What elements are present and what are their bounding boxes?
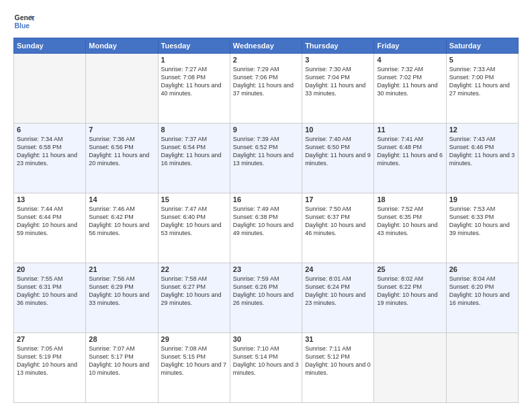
weekday-thursday: Thursday (302, 38, 374, 54)
calendar-cell: 15Sunrise: 7:47 AMSunset: 6:40 PMDayligh… (158, 193, 230, 263)
calendar-cell: 23Sunrise: 7:59 AMSunset: 6:26 PMDayligh… (230, 263, 302, 333)
week-row-3: 13Sunrise: 7:44 AMSunset: 6:44 PMDayligh… (14, 193, 519, 263)
day-info: Sunrise: 7:47 AMSunset: 6:40 PMDaylight:… (161, 205, 227, 238)
day-number: 8 (161, 126, 227, 134)
calendar-cell: 14Sunrise: 7:46 AMSunset: 6:42 PMDayligh… (86, 193, 158, 263)
week-row-1: 1Sunrise: 7:27 AMSunset: 7:08 PMDaylight… (14, 54, 519, 124)
day-info: Sunrise: 7:39 AMSunset: 6:52 PMDaylight:… (233, 135, 299, 168)
day-info: Sunrise: 7:33 AMSunset: 7:00 PMDaylight:… (449, 65, 515, 98)
day-info: Sunrise: 7:10 AMSunset: 5:14 PMDaylight:… (233, 345, 299, 377)
calendar-cell: 29Sunrise: 7:08 AMSunset: 5:15 PMDayligh… (158, 333, 230, 403)
day-number: 4 (377, 56, 443, 64)
svg-text:Blue: Blue (15, 22, 30, 30)
day-info: Sunrise: 7:52 AMSunset: 6:35 PMDaylight:… (377, 205, 443, 238)
day-info: Sunrise: 7:46 AMSunset: 6:42 PMDaylight:… (89, 205, 154, 238)
day-number: 26 (449, 265, 515, 273)
weekday-saturday: Saturday (446, 38, 518, 54)
day-info: Sunrise: 7:50 AMSunset: 6:37 PMDaylight:… (305, 205, 371, 238)
day-info: Sunrise: 7:30 AMSunset: 7:04 PMDaylight:… (305, 65, 371, 98)
calendar-cell: 12Sunrise: 7:43 AMSunset: 6:46 PMDayligh… (446, 124, 518, 193)
day-info: Sunrise: 7:36 AMSunset: 6:56 PMDaylight:… (89, 135, 154, 168)
day-info: Sunrise: 8:04 AMSunset: 6:20 PMDaylight:… (449, 275, 515, 308)
calendar-cell (14, 54, 86, 124)
day-info: Sunrise: 8:01 AMSunset: 6:24 PMDaylight:… (305, 275, 371, 308)
calendar-cell: 26Sunrise: 8:04 AMSunset: 6:20 PMDayligh… (446, 263, 518, 333)
day-number: 30 (233, 335, 299, 343)
day-info: Sunrise: 8:02 AMSunset: 6:22 PMDaylight:… (377, 275, 443, 308)
calendar-cell: 17Sunrise: 7:50 AMSunset: 6:37 PMDayligh… (302, 193, 374, 263)
day-info: Sunrise: 7:44 AMSunset: 6:44 PMDaylight:… (17, 205, 83, 238)
day-number: 1 (161, 56, 227, 64)
calendar-cell: 13Sunrise: 7:44 AMSunset: 6:44 PMDayligh… (14, 193, 86, 263)
day-number: 31 (305, 335, 371, 343)
calendar-cell: 18Sunrise: 7:52 AMSunset: 6:35 PMDayligh… (374, 193, 446, 263)
day-number: 18 (377, 195, 443, 203)
calendar-cell: 21Sunrise: 7:56 AMSunset: 6:29 PMDayligh… (86, 263, 158, 333)
day-number: 23 (233, 265, 299, 273)
day-info: Sunrise: 7:40 AMSunset: 6:50 PMDaylight:… (305, 135, 371, 168)
calendar-cell: 6Sunrise: 7:34 AMSunset: 6:58 PMDaylight… (14, 124, 86, 193)
calendar-cell: 5Sunrise: 7:33 AMSunset: 7:00 PMDaylight… (446, 54, 518, 124)
day-number: 16 (233, 195, 299, 203)
calendar-cell (86, 54, 158, 124)
day-number: 5 (449, 56, 515, 64)
day-info: Sunrise: 7:11 AMSunset: 5:12 PMDaylight:… (305, 345, 371, 377)
day-number: 22 (161, 265, 227, 273)
day-number: 21 (89, 265, 154, 273)
calendar-cell: 1Sunrise: 7:27 AMSunset: 7:08 PMDaylight… (158, 54, 230, 124)
calendar-cell: 25Sunrise: 8:02 AMSunset: 6:22 PMDayligh… (374, 263, 446, 333)
calendar-cell: 3Sunrise: 7:30 AMSunset: 7:04 PMDaylight… (302, 54, 374, 124)
day-info: Sunrise: 7:32 AMSunset: 7:02 PMDaylight:… (377, 65, 443, 98)
day-info: Sunrise: 7:07 AMSunset: 5:17 PMDaylight:… (89, 345, 154, 377)
day-info: Sunrise: 7:55 AMSunset: 6:31 PMDaylight:… (17, 275, 83, 308)
day-number: 6 (17, 126, 83, 134)
day-info: Sunrise: 7:43 AMSunset: 6:46 PMDaylight:… (449, 135, 515, 168)
day-number: 29 (161, 335, 227, 343)
week-row-5: 27Sunrise: 7:05 AMSunset: 5:19 PMDayligh… (14, 333, 519, 403)
weekday-friday: Friday (374, 38, 446, 54)
calendar-cell: 2Sunrise: 7:29 AMSunset: 7:06 PMDaylight… (230, 54, 302, 124)
calendar-cell: 22Sunrise: 7:58 AMSunset: 6:27 PMDayligh… (158, 263, 230, 333)
day-number: 13 (17, 195, 83, 203)
day-number: 17 (305, 195, 371, 203)
day-info: Sunrise: 7:08 AMSunset: 5:15 PMDaylight:… (161, 345, 227, 377)
day-number: 15 (161, 195, 227, 203)
day-info: Sunrise: 7:58 AMSunset: 6:27 PMDaylight:… (161, 275, 227, 308)
day-number: 20 (17, 265, 83, 273)
day-number: 11 (377, 126, 443, 134)
day-info: Sunrise: 7:41 AMSunset: 6:48 PMDaylight:… (377, 135, 443, 168)
day-info: Sunrise: 7:37 AMSunset: 6:54 PMDaylight:… (161, 135, 227, 168)
calendar-cell (446, 333, 518, 403)
day-info: Sunrise: 7:59 AMSunset: 6:26 PMDaylight:… (233, 275, 299, 308)
logo-icon: General Blue (13, 11, 35, 32)
week-row-4: 20Sunrise: 7:55 AMSunset: 6:31 PMDayligh… (14, 263, 519, 333)
header: General Blue (13, 11, 519, 32)
calendar-cell: 27Sunrise: 7:05 AMSunset: 5:19 PMDayligh… (14, 333, 86, 403)
day-number: 24 (305, 265, 371, 273)
week-row-2: 6Sunrise: 7:34 AMSunset: 6:58 PMDaylight… (14, 124, 519, 193)
weekday-header-row: SundayMondayTuesdayWednesdayThursdayFrid… (14, 38, 519, 54)
day-info: Sunrise: 7:34 AMSunset: 6:58 PMDaylight:… (17, 135, 83, 168)
calendar-cell: 4Sunrise: 7:32 AMSunset: 7:02 PMDaylight… (374, 54, 446, 124)
calendar-cell: 31Sunrise: 7:11 AMSunset: 5:12 PMDayligh… (302, 333, 374, 403)
day-number: 14 (89, 195, 154, 203)
day-number: 19 (449, 195, 515, 203)
calendar-cell: 8Sunrise: 7:37 AMSunset: 6:54 PMDaylight… (158, 124, 230, 193)
page: General Blue SundayMondayTuesdayWednesda… (0, 0, 532, 411)
day-number: 10 (305, 126, 371, 134)
day-number: 12 (449, 126, 515, 134)
weekday-wednesday: Wednesday (230, 38, 302, 54)
day-number: 2 (233, 56, 299, 64)
logo: General Blue (13, 11, 35, 32)
day-number: 28 (89, 335, 154, 343)
day-info: Sunrise: 7:49 AMSunset: 6:38 PMDaylight:… (233, 205, 299, 238)
day-number: 27 (17, 335, 83, 343)
calendar-cell: 19Sunrise: 7:53 AMSunset: 6:33 PMDayligh… (446, 193, 518, 263)
calendar-cell (374, 333, 446, 403)
calendar-cell: 10Sunrise: 7:40 AMSunset: 6:50 PMDayligh… (302, 124, 374, 193)
day-number: 3 (305, 56, 371, 64)
weekday-tuesday: Tuesday (158, 38, 230, 54)
day-number: 9 (233, 126, 299, 134)
calendar-cell: 9Sunrise: 7:39 AMSunset: 6:52 PMDaylight… (230, 124, 302, 193)
day-info: Sunrise: 7:27 AMSunset: 7:08 PMDaylight:… (161, 65, 227, 98)
